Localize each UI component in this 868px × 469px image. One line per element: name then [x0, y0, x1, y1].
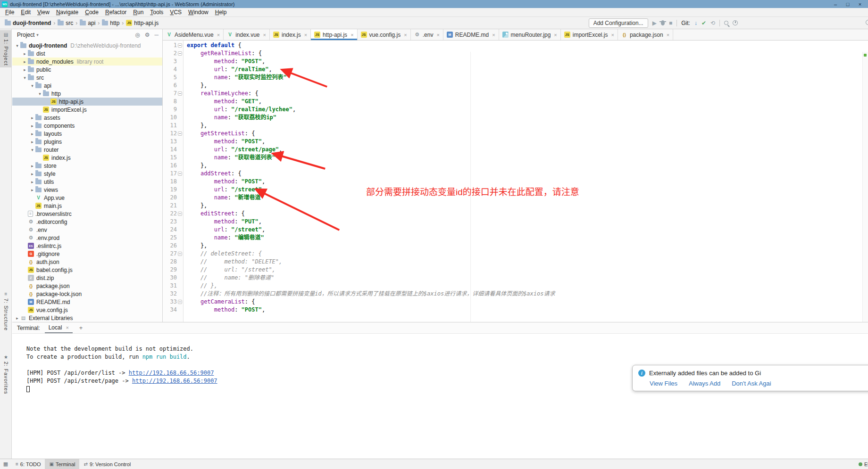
- tab-close-icon[interactable]: ×: [554, 32, 557, 38]
- tab-close-icon[interactable]: ×: [217, 32, 220, 38]
- terminal-link[interactable]: http://192.168.66.56:9007: [129, 370, 214, 376]
- chevron-collapsed-icon[interactable]: ▸: [29, 123, 35, 128]
- git-rollback-icon[interactable]: ⟲: [710, 20, 715, 26]
- chevron-expanded-icon[interactable]: ▾: [29, 83, 35, 88]
- tree-item-http[interactable]: ▾http: [12, 90, 162, 98]
- chevron-collapsed-icon[interactable]: ▸: [29, 164, 35, 168]
- notification-action-don-t-ask-agai[interactable]: Don't Ask Agai: [732, 380, 771, 387]
- fold-minus-icon[interactable]: −: [178, 252, 182, 256]
- chevron-collapsed-icon[interactable]: ▸: [22, 51, 28, 56]
- chevron-collapsed-icon[interactable]: ▸: [14, 316, 20, 321]
- status-item-6-todo[interactable]: ≡6: TODO: [11, 459, 45, 469]
- tree-item-eslintrc-js[interactable]: .eslintrc.js: [12, 242, 162, 250]
- tree-item-layouts[interactable]: ▸layouts: [12, 130, 162, 138]
- maximize-button[interactable]: □: [842, 1, 854, 7]
- project-panel-title[interactable]: Project: [17, 32, 34, 38]
- editor-tab-index-vue[interactable]: index.vue×: [224, 29, 270, 40]
- tree-item-vue-config-js[interactable]: vue.config.js: [12, 306, 162, 314]
- tab-close-icon[interactable]: ×: [436, 32, 439, 38]
- chevron-collapsed-icon[interactable]: ▸: [29, 188, 35, 192]
- stop-icon[interactable]: ■: [669, 20, 672, 26]
- breadcrumb-item-src[interactable]: src: [57, 20, 74, 26]
- menu-item-run[interactable]: Run: [130, 8, 147, 16]
- tree-item-index-js[interactable]: index.js: [12, 154, 162, 162]
- event-log-widget[interactable]: Ev: [859, 461, 868, 467]
- tree-item-app-vue[interactable]: App.vue: [12, 194, 162, 202]
- breadcrumb-item-duoji-frontend[interactable]: duoji-frontend: [4, 20, 52, 26]
- menu-item-refactor[interactable]: Refactor: [102, 8, 130, 16]
- git-commit-icon[interactable]: ✔: [701, 20, 706, 26]
- menu-item-code[interactable]: Code: [82, 8, 102, 16]
- fold-minus-icon[interactable]: −: [178, 212, 182, 216]
- fold-marker[interactable]: −: [177, 91, 183, 96]
- chevron-collapsed-icon[interactable]: ▸: [29, 132, 35, 136]
- menu-item-view[interactable]: View: [34, 8, 53, 16]
- tree-item-assets[interactable]: ▸assets: [12, 114, 162, 122]
- editor-tab-index-js[interactable]: index.js×: [270, 29, 311, 40]
- tree-item-src[interactable]: ▾src: [12, 74, 162, 82]
- editor-tab-package-json[interactable]: package.json×: [618, 29, 673, 40]
- code-area[interactable]: export default { getRealTimeList: { meth…: [184, 41, 868, 322]
- fold-marker[interactable]: −: [177, 172, 183, 176]
- tree-item-api[interactable]: ▾api: [12, 82, 162, 90]
- fold-marker[interactable]: −: [177, 300, 183, 304]
- editor-body[interactable]: 1−2−34567−89101112−1314151617−1819202122…: [163, 41, 868, 322]
- tree-item-main-js[interactable]: main.js: [12, 202, 162, 210]
- chevron-down-icon[interactable]: ▾: [36, 33, 39, 37]
- chevron-collapsed-icon[interactable]: ▸: [29, 115, 35, 120]
- chevron-collapsed-icon[interactable]: ▸: [29, 180, 35, 184]
- menu-item-tools[interactable]: Tools: [147, 8, 167, 16]
- tree-item-public[interactable]: ▸public: [12, 66, 162, 74]
- menu-item-edit[interactable]: Edit: [17, 8, 34, 16]
- locate-file-icon[interactable]: ◎: [135, 32, 140, 38]
- add-configuration-button[interactable]: Add Configuration...: [589, 18, 648, 28]
- tree-item-duoji-frontend[interactable]: ▾duoji-frontendD:\zheheWeb\duoji-fronten…: [12, 41, 162, 49]
- fold-minus-icon[interactable]: −: [178, 172, 182, 176]
- breadcrumb-item-api[interactable]: api: [79, 20, 96, 26]
- tool-windows-toggle-icon[interactable]: ▦: [0, 461, 11, 467]
- tab-close-icon[interactable]: ×: [492, 32, 495, 38]
- close-icon[interactable]: ×: [66, 325, 68, 330]
- tree-item-store[interactable]: ▸store: [12, 162, 162, 170]
- menu-item-vcs[interactable]: VCS: [167, 8, 185, 16]
- tree-item-auth-json[interactable]: auth.json: [12, 258, 162, 266]
- fold-marker[interactable]: −: [177, 212, 183, 216]
- editor-tab-env[interactable]: .env×: [411, 29, 443, 40]
- tab-close-icon[interactable]: ×: [263, 32, 266, 38]
- tab-close-icon[interactable]: ×: [667, 32, 669, 38]
- fold-minus-icon[interactable]: −: [178, 43, 182, 48]
- tree-item-gitignore[interactable]: .gitignore: [12, 250, 162, 258]
- debug-icon[interactable]: [661, 20, 665, 25]
- editor-tab-vue-config-js[interactable]: vue.config.js×: [358, 29, 411, 40]
- hide-panel-icon[interactable]: ─: [154, 32, 159, 38]
- editor-scroll-stripe[interactable]: [862, 52, 868, 322]
- chevron-expanded-icon[interactable]: ▾: [29, 148, 35, 152]
- chevron-collapsed-icon[interactable]: ▸: [22, 59, 28, 64]
- git-update-icon[interactable]: ↓: [694, 20, 697, 26]
- chevron-expanded-icon[interactable]: ▾: [37, 91, 43, 96]
- fold-marker[interactable]: −: [177, 252, 183, 256]
- fold-minus-icon[interactable]: −: [178, 300, 182, 304]
- fold-minus-icon[interactable]: −: [178, 132, 182, 136]
- tree-item-plugins[interactable]: ▸plugins: [12, 138, 162, 146]
- tree-item-babel-config-js[interactable]: babel.config.js: [12, 266, 162, 274]
- status-item-9-version-control[interactable]: ⇄9: Version Control: [79, 459, 135, 469]
- fold-marker[interactable]: −: [177, 43, 183, 48]
- tree-item-importexcel-js[interactable]: importExcel.js: [12, 106, 162, 114]
- tree-item-node-modules[interactable]: ▸node_moduleslibrary root: [12, 58, 162, 66]
- fold-minus-icon[interactable]: −: [178, 51, 182, 56]
- terminal-link[interactable]: http://192.168.66.56:9007: [132, 378, 217, 384]
- fold-marker[interactable]: −: [177, 51, 183, 56]
- editor-tab-asidemenu-vue[interactable]: AsideMenu.vue×: [163, 29, 224, 40]
- chevron-expanded-icon[interactable]: ▾: [14, 43, 20, 48]
- tree-item-package-lock-json[interactable]: package-lock.json: [12, 290, 162, 298]
- run-icon[interactable]: ▶: [652, 20, 657, 26]
- menu-item-navigate[interactable]: Navigate: [53, 8, 82, 16]
- menu-item-window[interactable]: Window: [185, 8, 212, 16]
- chevron-expanded-icon[interactable]: ▾: [22, 75, 28, 80]
- editor-tab-importexcel-js[interactable]: importExcel.js×: [561, 29, 618, 40]
- breadcrumb-item-http[interactable]: http: [101, 20, 120, 26]
- tree-item-env-prod[interactable]: .env.prod: [12, 234, 162, 242]
- fold-minus-icon[interactable]: −: [178, 91, 182, 96]
- editor-tab-readme-md[interactable]: README.md×: [443, 29, 499, 40]
